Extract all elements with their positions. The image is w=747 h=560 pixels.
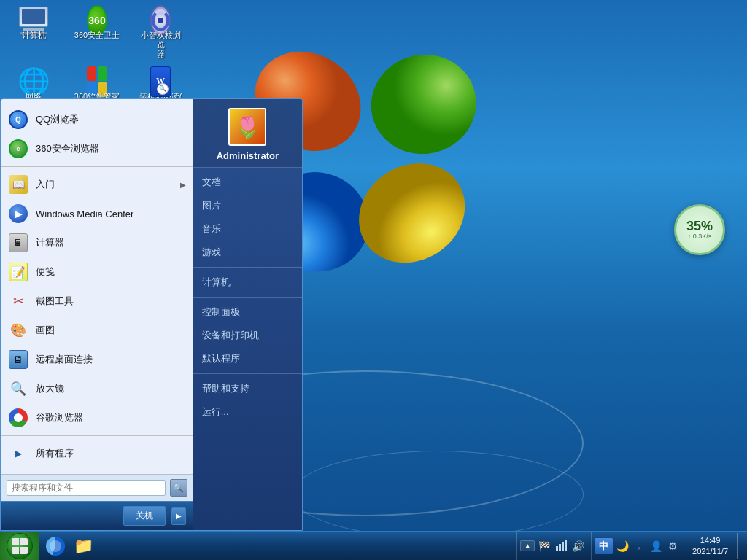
right-item-computer[interactable]: 计算机 [193, 271, 302, 294]
qzhi-label: 小智双核浏览 器 [137, 31, 184, 60]
360-browser-icon: e [8, 139, 28, 159]
net-speed: ↑ 0.3K/s [688, 233, 712, 240]
start-item-paint[interactable]: 🎨 画图 [1, 316, 193, 345]
qq-browser-label: QQ浏览器 [36, 113, 186, 126]
tray-show-more-button[interactable]: ▲ [520, 540, 535, 551]
shutdown-button[interactable]: 关机 [123, 506, 166, 526]
snipping-icon: ✂ [8, 291, 28, 311]
remote-icon: 🖥 [8, 349, 28, 370]
snipping-label: 截图工具 [36, 295, 186, 308]
net-percent: 35% [686, 219, 713, 233]
start-item-getting-started[interactable]: 📖 入门 ▶ [1, 170, 193, 199]
chrome-icon [8, 408, 28, 428]
notepad-label: 便笺 [36, 265, 186, 279]
desktop-icon-qzhi-browser[interactable]: 小智双核浏览 器 [134, 7, 187, 63]
postinstall-icon: W 🔍 [150, 71, 171, 92]
chrome-label: 谷歌浏览器 [36, 411, 186, 424]
getting-started-icon: 📖 [8, 174, 28, 195]
ime-button[interactable]: 中 [595, 538, 613, 554]
tray-punctuation-icon: ， [632, 539, 646, 553]
getting-started-arrow: ▶ [180, 181, 186, 189]
right-divider-2 [193, 297, 302, 298]
svg-rect-6 [562, 542, 564, 551]
tray-settings-icon[interactable]: ⚙ [665, 539, 680, 553]
svg-rect-5 [559, 544, 561, 551]
computer-icon [23, 10, 44, 31]
search-button[interactable]: 🔍 [170, 479, 187, 497]
start-item-snipping[interactable]: ✂ 截图工具 [1, 287, 193, 316]
start-item-remote[interactable]: 🖥 远程桌面连接 [1, 345, 193, 374]
start-items-list: Q QQ浏览器 e 360安全浏览器 📖 [1, 99, 193, 474]
calculator-icon: 🖩 [8, 233, 28, 253]
right-item-help[interactable]: 帮助和支持 [193, 377, 302, 400]
tray-ime-section: 中 🌙 ， 👤 ⚙ [591, 532, 683, 560]
all-programs-label: 所有程序 [36, 447, 186, 460]
start-right-items: 文档 图片 音乐 游戏 计算机 控制面板 设备和打印机 默认程序 帮助和支持 运… [193, 168, 302, 530]
notepad-icon: 📝 [8, 262, 28, 282]
right-item-music[interactable]: 音乐 [193, 217, 302, 241]
tray-user-icon[interactable]: 👤 [649, 539, 663, 553]
computer-label: 计算机 [22, 31, 46, 40]
start-item-magnifier[interactable]: 🔍 放大镜 [1, 374, 193, 403]
paint-label: 画图 [36, 324, 186, 337]
user-name: Administrator [217, 150, 279, 161]
tray-clock-section: 14:49 2021/11/7 [686, 532, 734, 560]
desktop: 计算机 360 360安全卫士 小智双核浏览 器 [0, 0, 747, 560]
paint-icon: 🎨 [8, 320, 28, 341]
right-item-control-panel[interactable]: 控制面板 [193, 300, 302, 324]
svg-rect-7 [565, 540, 567, 551]
svg-point-3 [355, 160, 469, 265]
user-avatar[interactable]: 🌷 [228, 108, 266, 146]
show-desktop-button[interactable] [737, 533, 741, 559]
start-menu-right: 🌷 Administrator 文档 图片 音乐 游戏 计算机 控制面板 设备和… [193, 99, 302, 530]
desktop-icon-360guard[interactable]: 360 360安全卫士 [71, 7, 123, 63]
right-item-default-programs[interactable]: 默认程序 [193, 347, 302, 370]
right-item-run[interactable]: 运行... [193, 400, 302, 424]
start-menu-left: Q QQ浏览器 e 360安全浏览器 📖 [1, 99, 193, 530]
tray-volume-icon[interactable]: 🔊 [570, 539, 585, 553]
360-browser-label: 360安全浏览器 [36, 142, 186, 155]
taskbar: 📁 ▲ 🏁 🔊 [0, 531, 747, 560]
right-item-pictures[interactable]: 图片 [193, 194, 302, 217]
start-item-qq-browser[interactable]: Q QQ浏览器 [1, 105, 193, 134]
magnifier-icon: 🔍 [8, 378, 28, 399]
start-item-notepad[interactable]: 📝 便笺 [1, 257, 193, 287]
qzhi-icon [150, 10, 171, 31]
start-item-wmc[interactable]: ▶ Windows Media Center [1, 199, 193, 228]
start-shutdown-bar: 关机 ▶ [1, 501, 193, 530]
tray-clock[interactable]: 14:49 2021/11/7 [689, 535, 731, 556]
start-divider-2 [1, 435, 193, 436]
start-item-calculator[interactable]: 🖩 计算器 [1, 228, 193, 257]
start-menu: Q QQ浏览器 e 360安全浏览器 📖 [0, 98, 303, 531]
magnifier-label: 放大镜 [36, 382, 186, 395]
right-item-devices[interactable]: 设备和打印机 [193, 324, 302, 347]
desktop-icon-computer[interactable]: 计算机 [7, 7, 60, 63]
remote-label: 远程桌面连接 [36, 353, 186, 366]
tray-time: 14:49 [700, 535, 721, 545]
all-programs-icon: ▶ [8, 443, 28, 464]
360soft-icon [87, 71, 107, 92]
tray-moon-icon[interactable]: 🌙 [615, 539, 630, 553]
shutdown-arrow-button[interactable]: ▶ [171, 508, 186, 525]
taskbar-ie[interactable] [42, 534, 69, 559]
right-divider-3 [193, 373, 302, 374]
start-windows-logo [12, 538, 28, 554]
qq-browser-icon: Q [8, 109, 28, 130]
tray-flag-icon[interactable]: 🏁 [537, 539, 551, 553]
start-item-360-browser[interactable]: e 360安全浏览器 [1, 134, 193, 163]
tray-network-icon[interactable] [554, 539, 568, 553]
right-item-games[interactable]: 游戏 [193, 241, 302, 264]
start-orb [7, 533, 33, 559]
start-item-all-programs[interactable]: ▶ 所有程序 [1, 439, 193, 468]
network-speed-widget: 35% ↑ 0.3K/s [674, 204, 725, 255]
start-item-chrome[interactable]: 谷歌浏览器 [1, 403, 193, 432]
start-button[interactable] [0, 532, 39, 561]
search-input[interactable] [7, 480, 166, 496]
taskbar-explorer[interactable]: 📁 [70, 534, 96, 559]
wmc-label: Windows Media Center [36, 209, 186, 219]
start-user-header: 🌷 Administrator [193, 99, 302, 168]
start-divider-1 [1, 166, 193, 167]
decoration-swirl-2 [292, 451, 584, 538]
right-item-documents[interactable]: 文档 [193, 171, 302, 194]
360guard-icon: 360 [87, 10, 107, 31]
